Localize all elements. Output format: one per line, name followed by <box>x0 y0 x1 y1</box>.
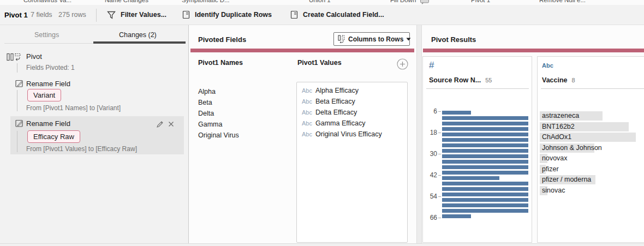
renamed-field-pill[interactable]: Variant <box>27 89 61 101</box>
change-subtitle: From [Pivot1 Values] to [Efficacy Raw] <box>26 145 137 153</box>
flow-node-label[interactable]: Fill Down <box>390 0 416 3</box>
axis-tick-mark <box>438 133 441 133</box>
changes-panel: Settings Changes (2) Pivot Fields Pivote… <box>0 25 189 246</box>
field-type-icon: Abc <box>302 120 312 127</box>
value-row[interactable]: Johnson & Johnson <box>540 143 644 153</box>
pivot-name-item[interactable]: Alpha <box>198 86 216 97</box>
histogram-bar[interactable] <box>442 149 528 153</box>
pivot-name-item[interactable]: Gamma <box>198 119 222 130</box>
axis-tick-mark <box>438 154 441 154</box>
value-label: BNT162b2 <box>542 123 575 130</box>
pivoted-fields-title: Pivoted Fields <box>198 35 246 44</box>
change-title: Rename Field <box>26 80 70 88</box>
histogram-bar[interactable] <box>442 198 528 202</box>
histogram-bar[interactable] <box>442 138 528 142</box>
pivot-value-item[interactable]: AbcAlpha Efficacy <box>297 85 407 96</box>
tab-changes[interactable]: Changes (2) <box>119 31 157 39</box>
axis-tick-label: 6 <box>423 107 437 115</box>
pivot-results-panel: Pivot Results # Source Row N...55 618304… <box>422 25 644 246</box>
histogram-bar[interactable] <box>442 187 528 191</box>
value-label: ChAdOx1 <box>542 133 571 141</box>
connector-line <box>17 131 17 152</box>
value-row[interactable]: pfizer <box>540 165 644 174</box>
renamed-field-pill[interactable]: Efficacy Raw <box>27 130 80 143</box>
flow-node-label[interactable]: Name Changes <box>105 0 148 3</box>
accent-bar <box>190 49 414 52</box>
pivot-value-item[interactable]: AbcOriginal Virus Efficacy <box>297 129 407 140</box>
mode-button-label: Columns to Rows <box>348 35 403 43</box>
remove-icon[interactable] <box>168 121 175 128</box>
pivot-name-item[interactable]: Beta <box>198 97 212 108</box>
field-type-icon: Abc <box>302 131 312 137</box>
histogram-bar[interactable] <box>442 116 528 120</box>
filter-icon <box>107 11 116 19</box>
axis-tick-label: 54 <box>423 193 437 200</box>
histogram-bar[interactable] <box>442 122 528 125</box>
edit-icon[interactable] <box>156 121 164 128</box>
value-label: pfizer / moderna <box>542 176 591 183</box>
axis-tick-label: 18 <box>423 129 437 136</box>
value-label: astrazeneca <box>542 112 579 119</box>
histogram-bar[interactable] <box>442 193 528 196</box>
field-type-icon: Abc <box>302 98 312 105</box>
axis-tick-label: 66 <box>423 214 437 221</box>
step-toolbar: Pivot 1 7 fields 275 rows Filter Values.… <box>0 5 644 25</box>
duplicate-rows-icon <box>182 10 190 19</box>
identify-duplicate-rows-button[interactable]: Identify Duplicate Rows <box>182 5 272 25</box>
axis-tick-mark <box>438 218 441 218</box>
histogram-bar[interactable] <box>442 111 471 115</box>
source-row-histogram: 61830425466 <box>423 57 532 242</box>
pivot-value-label: Delta Efficacy <box>315 109 357 116</box>
columns-to-rows-icon <box>338 35 345 43</box>
flow-node-label[interactable]: Remove Null e... <box>539 0 586 3</box>
value-row[interactable]: BNT162b2 <box>540 122 644 131</box>
active-tab-underline <box>93 41 186 44</box>
pivot-value-item[interactable]: AbcBeta Efficacy <box>297 96 407 107</box>
pivot-name-item[interactable]: Delta <box>198 108 214 119</box>
columns-to-rows-button[interactable]: Columns to Rows <box>333 32 410 46</box>
histogram-bar[interactable] <box>442 203 528 207</box>
histogram-bar[interactable] <box>442 160 528 164</box>
axis-tick-label: 30 <box>423 150 437 158</box>
pivot-name-item[interactable]: Original Virus <box>198 130 239 141</box>
flow-node-label[interactable]: Pivot 1 <box>471 0 490 3</box>
change-title: Pivot <box>26 52 42 61</box>
value-row[interactable]: pfizer / moderna <box>540 175 644 184</box>
histogram-bar[interactable] <box>442 133 528 136</box>
histogram-bar[interactable] <box>442 214 471 218</box>
pivot-values-header: Pivot1 Values <box>297 59 342 67</box>
value-row[interactable]: ChAdOx1 <box>540 133 644 142</box>
value-row[interactable]: novovax <box>540 154 644 163</box>
caret-down-icon <box>406 38 411 41</box>
pivot-value-label: Alpha Efficacy <box>315 87 359 94</box>
change-title: Rename Field <box>26 119 70 128</box>
axis-tick-label: 42 <box>423 171 437 179</box>
create-calculated-field-button[interactable]: Create Calculated Field... <box>290 5 384 25</box>
value-row[interactable]: sinovac <box>540 186 644 195</box>
pivot-names-list: AlphaBetaDeltaGammaOriginal Virus <box>198 86 291 152</box>
pivot-value-item[interactable]: AbcGamma Efficacy <box>297 118 407 129</box>
plus-icon[interactable] <box>397 58 408 70</box>
histogram-bar[interactable] <box>442 171 528 175</box>
histogram-bar[interactable] <box>442 176 499 180</box>
histogram-bar[interactable] <box>442 209 528 213</box>
tab-settings[interactable]: Settings <box>34 31 59 39</box>
axis-tick-mark <box>438 111 441 112</box>
value-row[interactable]: astrazeneca <box>540 111 644 121</box>
pivot-names-header: Pivot1 Names <box>198 59 243 67</box>
histogram-bar[interactable] <box>442 127 528 131</box>
filter-values-button[interactable]: Filter Values... <box>107 5 166 25</box>
histogram-bar[interactable] <box>442 154 528 158</box>
field-card-source-row-number: # Source Row N...55 61830425466 <box>422 56 532 243</box>
histogram-bar[interactable] <box>442 182 528 185</box>
field-card-vaccine: Abc Vaccine8 astrazenecaBNT162b2ChAdOx1J… <box>537 56 644 243</box>
histogram-bar[interactable] <box>442 143 528 147</box>
flow-node-strip: Coronavirus Va...Name ChangesSymptomatic… <box>0 0 644 5</box>
flow-node-label[interactable]: Symptomatic D... <box>182 0 230 3</box>
pivot-icon <box>7 52 21 62</box>
flow-node-label[interactable]: Union 1 <box>309 0 331 3</box>
flow-node-label[interactable]: Coronavirus Va... <box>23 0 71 3</box>
rename-icon <box>15 119 24 128</box>
histogram-bar[interactable] <box>442 165 528 169</box>
pivot-value-item[interactable]: AbcDelta Efficacy <box>297 107 407 118</box>
